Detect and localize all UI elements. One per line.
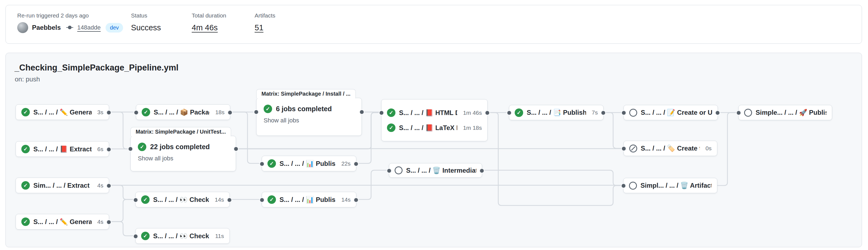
job-duration: 4s [95,219,103,225]
connection-dot [259,197,265,203]
job-duration: 3s [95,109,103,115]
success-check-icon: ✓ [21,108,30,116]
job-intermediate-artifacts[interactable]: S... / ... / 🗑️ Intermediate Artifa... [389,163,482,178]
job-label: S... / ... / 📊 Publish Code C... [279,160,336,168]
commit-link[interactable]: 148adde [77,24,101,31]
job-label: S... / ... / ✏️ Generate pipelin... [33,108,92,116]
success-check-icon: ✓ [21,181,30,190]
workflow-title: _Checking_SimplePackage_Pipeline.yml [14,63,179,73]
workflow-trigger: on: push [15,75,40,83]
connection-dot [715,110,720,115]
artifacts-column: Artifacts 51 [255,12,275,32]
job-label: S... / ... / 📕 HTML Docu... [399,109,457,117]
job-duration: 18s [213,109,224,115]
connection-dot [227,110,233,115]
rerun-label: Re-run triggered 2 days ago [17,12,123,19]
skipped-icon [629,145,637,152]
job-row[interactable]: ✓S... / ... / 📕 LaTeX Docu...1m 18s [387,123,482,132]
success-check-icon: ✓ [141,232,150,240]
success-check-icon: ✓ [387,123,396,132]
connection-dot [736,110,741,115]
connection-dot [227,197,232,203]
job-label: S... / ... / 📕 LaTeX Docu... [399,124,457,132]
job-publish-code-coverage[interactable]: ✓S... / ... / 📊 Publish Code C...22s [262,156,356,171]
success-check-icon: ✓ [21,217,30,226]
run-summary-card: Re-run triggered 2 days ago Paebbels 148… [5,5,862,44]
success-check-icon: ✓ [21,145,30,153]
connection-dot [479,168,485,174]
success-check-icon: ✓ [264,105,272,113]
git-commit-icon [66,24,73,31]
connection-dot [485,110,490,115]
job-label: S... / ... / 📦 Package in Sou... [154,108,210,116]
job-label: Sim... / ... / Extract Information [33,182,92,189]
connection-dot [600,110,606,115]
branch-badge[interactable]: dev [105,23,123,33]
connection-dot [386,168,392,174]
duration-value[interactable]: 4m 46s [192,23,226,32]
job-publish-test-results[interactable]: ✓S... / ... / 📊 Publish Test Re...14s [262,192,356,207]
job-generate-params-1[interactable]: ✓S... / ... / ✏️ Generate pipelin...3s [16,104,109,120]
job-extract-configurations[interactable]: ✓S... / ... / 📕 Extract configur...6s [16,141,109,157]
success-check-icon: ✓ [387,108,396,117]
show-all-jobs-link[interactable]: Show all jobs [138,155,228,162]
actor-name[interactable]: Paebbels [32,24,61,31]
connection-dot [359,109,365,115]
connection-dot [353,161,359,167]
connection-dot [621,146,626,151]
connection-dot [259,161,265,167]
job-label: S... / ... / 🗑️ Intermediate Artifa... [406,167,476,174]
job-check-static-types[interactable]: ✓S... / ... / 👀 Check Static Ty...14s [135,192,230,207]
success-check-icon: ✓ [268,159,276,168]
artifacts-label: Artifacts [255,12,275,19]
job-label: S... / ... / 📊 Publish Test Re... [279,196,336,204]
connection-dot [106,219,112,225]
job-create-tag[interactable]: S... / ... / 🏷️ Create tag '${{ in...0s [623,141,717,156]
job-duration: 6s [95,146,103,152]
status-column: Status Success [131,12,161,32]
actor-row: Paebbels 148adde dev [17,22,123,33]
matrix-tab-label: Matrix: SimplePackage / UnitTest... [130,127,231,136]
job-create-or-update-release[interactable]: S... / ... / 📝 Create or Update R... [623,105,718,120]
matrix-status-row: ✓6 jobs completed [264,105,354,113]
job-duration: 1m 46s [461,110,482,116]
connection-dot [133,197,138,203]
job-row[interactable]: ✓S... / ... / 📕 HTML Docu...1m 46s [387,108,482,117]
job-label: Simpl... / ... / 🗑️ Artifact Cleanup [641,182,712,189]
connection-dot [506,110,512,115]
neutral-circle-icon [395,167,403,174]
job-label: S... / ... / 📕 Extract configur... [33,145,92,153]
job-artifact-cleanup[interactable]: Simpl... / ... / 🗑️ Artifact Cleanup [623,178,717,193]
connection-dot [106,147,112,152]
job-check-documentation[interactable]: ✓S... / ... / 👀 Check docume...11s [135,228,230,244]
matrix-jobs-count: 22 jobs completed [150,143,210,151]
job-label: Simple... / ... / 🚀 Publish to PyPI [755,109,827,116]
job-publish-to-gh-pages[interactable]: ✓S... / ... / 📑 Publish to GH-P...7s [509,105,603,120]
artifacts-count[interactable]: 51 [255,23,275,32]
job-label: S... / ... / ✏️ Generate pipelin... [33,218,92,226]
job-duration: 7s [590,109,598,116]
neutral-circle-icon [744,109,752,117]
matrix-node[interactable]: ✓6 jobs completedShow all jobs [256,98,362,136]
job-publish-to-pypi[interactable]: Simple... / ... / 🚀 Publish to PyPI [738,105,832,120]
job-duration: 14s [213,197,224,203]
success-check-icon: ✓ [268,195,276,204]
job-extract-information[interactable]: ✓Sim... / ... / Extract Information4s [16,178,109,193]
success-check-icon: ✓ [515,108,523,117]
avatar[interactable] [17,22,28,33]
status-value: Success [131,23,161,32]
run-trigger-column: Re-run triggered 2 days ago Paebbels 148… [17,12,123,33]
connection-dot [133,110,139,115]
job-duration: 1m 18s [461,124,482,131]
show-all-jobs-link[interactable]: Show all jobs [264,117,354,124]
job-package-in-source[interactable]: ✓S... / ... / 📦 Package in Sou...18s [136,104,230,120]
job-duration: 14s [339,197,350,203]
connection-dot [128,146,133,152]
duration-label: Total duration [192,12,226,19]
job-generate-params-2[interactable]: ✓S... / ... / ✏️ Generate pipelin...4s [16,214,109,229]
matrix-node[interactable]: ✓22 jobs completedShow all jobs [130,136,236,171]
connection-dot [106,110,112,115]
duration-column: Total duration 4m 46s [192,12,226,32]
matrix-status-row: ✓22 jobs completed [138,143,228,151]
connection-dot [133,234,138,239]
